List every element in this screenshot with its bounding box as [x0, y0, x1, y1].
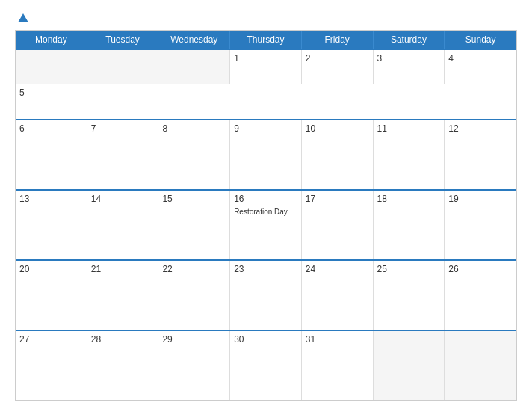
day-number: 19 [448, 194, 513, 204]
day-cell [445, 331, 516, 400]
day-number: 9 [234, 123, 297, 134]
day-number: 4 [448, 53, 512, 64]
week-row: 6789101112 [16, 119, 516, 189]
day-cell: 19 [445, 191, 516, 259]
day-cell: 2 [302, 50, 374, 84]
day-number: 24 [306, 264, 369, 274]
day-number: 30 [234, 334, 297, 344]
day-number: 17 [306, 194, 369, 204]
day-number: 28 [91, 334, 155, 344]
logo [15, 13, 28, 22]
calendar-header [15, 13, 517, 22]
day-header: Tuesday [87, 31, 159, 49]
week-row: 20212223242526 [16, 259, 516, 330]
day-number: 1 [234, 53, 297, 64]
day-header: Saturday [374, 31, 445, 49]
week-row: 13141516Restoration Day171819 [16, 189, 516, 259]
day-number: 22 [162, 264, 226, 274]
day-cell: 21 [87, 261, 159, 330]
day-event: Restoration Day [234, 208, 288, 216]
day-cell: 17 [302, 191, 374, 259]
day-number: 12 [448, 123, 513, 134]
week-row: 2728293031 [16, 330, 516, 400]
day-cell: 7 [87, 120, 159, 189]
day-number: 15 [162, 194, 226, 204]
day-cell: 26 [445, 261, 516, 330]
logo-triangle-icon [18, 13, 28, 22]
day-cell: 29 [158, 331, 230, 400]
day-number: 5 [19, 87, 84, 98]
calendar-page: MondayTuesdayWednesdayThursdayFridaySatu… [0, 0, 532, 411]
day-cell: 25 [374, 261, 445, 330]
day-number: 25 [377, 264, 441, 274]
day-cell: 28 [87, 331, 159, 400]
day-number: 8 [162, 123, 226, 134]
day-cell: 12 [445, 120, 516, 189]
day-number: 18 [377, 194, 441, 204]
day-header: Friday [302, 31, 374, 49]
day-cell [158, 50, 230, 84]
day-cell: 23 [230, 261, 302, 330]
day-number: 29 [162, 334, 226, 344]
day-cell [374, 331, 445, 400]
day-cell: 13 [16, 191, 87, 259]
day-cell: 16Restoration Day [230, 191, 302, 259]
day-cell: 22 [158, 261, 230, 330]
day-number: 26 [448, 264, 513, 274]
day-cell: 9 [230, 120, 302, 189]
day-number: 31 [306, 334, 369, 344]
day-cell: 8 [158, 120, 230, 189]
day-number: 3 [377, 53, 441, 64]
day-cell [16, 50, 87, 84]
day-cell: 11 [374, 120, 445, 189]
day-header: Wednesday [158, 31, 230, 49]
day-cell: 27 [16, 331, 87, 400]
day-number: 7 [91, 123, 155, 134]
day-cell: 6 [16, 120, 87, 189]
day-cell: 5 [16, 84, 87, 119]
day-cell: 20 [16, 261, 87, 330]
day-headers-row: MondayTuesdayWednesdayThursdayFridaySatu… [16, 31, 516, 49]
day-number: 21 [91, 264, 155, 274]
day-cell: 4 [445, 50, 516, 84]
day-cell: 30 [230, 331, 302, 400]
day-header: Thursday [230, 31, 302, 49]
day-cell [87, 50, 159, 84]
day-number: 16 [234, 194, 297, 204]
week-row: 12345 [16, 49, 516, 119]
day-number: 13 [19, 194, 83, 204]
day-number: 27 [19, 334, 83, 344]
day-cell: 18 [374, 191, 445, 259]
day-header: Monday [16, 31, 87, 49]
weeks-container: 12345678910111213141516Restoration Day17… [16, 49, 516, 400]
day-cell: 14 [87, 191, 159, 259]
day-number: 10 [306, 123, 369, 134]
day-number: 6 [19, 123, 83, 134]
day-number: 23 [234, 264, 297, 274]
day-cell: 15 [158, 191, 230, 259]
day-cell: 24 [302, 261, 374, 330]
day-cell: 10 [302, 120, 374, 189]
day-cell: 1 [230, 50, 302, 84]
calendar-grid: MondayTuesdayWednesdayThursdayFridaySatu… [15, 30, 517, 401]
logo-blue-container [15, 13, 28, 22]
day-header: Sunday [445, 31, 516, 49]
day-cell: 31 [302, 331, 374, 400]
day-number: 14 [91, 194, 155, 204]
day-number: 11 [377, 123, 441, 134]
day-cell: 3 [374, 50, 445, 84]
day-number: 20 [19, 264, 83, 274]
day-number: 2 [306, 53, 369, 64]
